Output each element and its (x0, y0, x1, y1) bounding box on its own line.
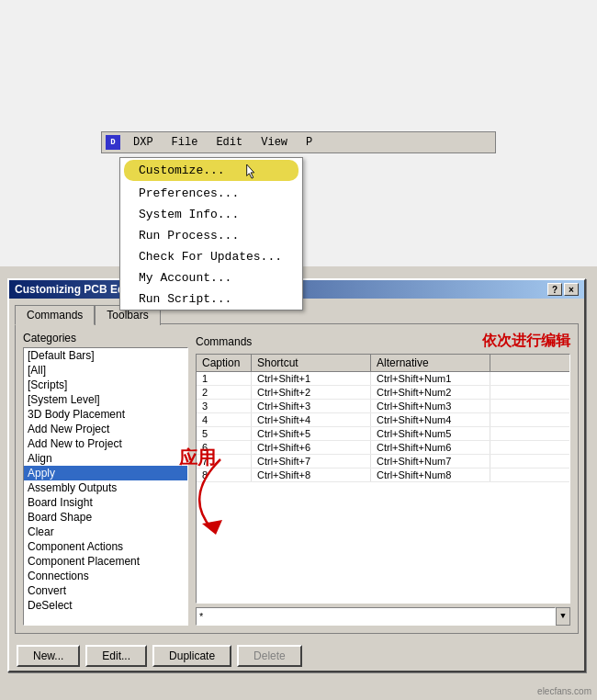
titlebar-buttons: ? × (547, 283, 579, 296)
menu-item-run-process[interactable]: Run Process... (120, 225, 302, 246)
filter-input[interactable] (196, 607, 556, 626)
commands-label: Commands (196, 335, 252, 348)
cat-board-insight[interactable]: Board Insight (24, 495, 187, 510)
col-caption: Caption (197, 355, 252, 371)
cell-caption-4: 4 (197, 413, 252, 426)
cat-board-shape[interactable]: Board Shape (24, 510, 187, 525)
cat-component-actions[interactable]: Component Actions (24, 539, 187, 554)
new-button[interactable]: New... (17, 645, 80, 667)
menu-view[interactable]: View (255, 134, 293, 151)
cell-alt-3: Ctrl+Shift+Num3 (371, 400, 490, 412)
cat-deselect[interactable]: DeSelect (24, 598, 187, 613)
duplicate-button[interactable]: Duplicate (152, 645, 231, 667)
table-row[interactable]: 7 Ctrl+Shift+7 Ctrl+Shift+Num7 (197, 455, 569, 469)
table-header: Caption Shortcut Alternative (197, 355, 569, 372)
commands-header: Commands 依次进行编辑 (196, 332, 570, 351)
dialog-content: Commands Toolbars Categories [Default Ba… (9, 299, 584, 639)
commands-table-body: 1 Ctrl+Shift+1 Ctrl+Shift+Num1 2 Ctrl+Sh… (197, 372, 569, 600)
table-row[interactable]: 2 Ctrl+Shift+2 Ctrl+Shift+Num2 (197, 386, 569, 400)
filter-row: ▼ (196, 607, 570, 626)
help-button[interactable]: ? (547, 283, 562, 296)
cell-alt-5: Ctrl+Shift+Num5 (371, 427, 490, 440)
filter-dropdown-btn[interactable]: ▼ (556, 607, 570, 626)
commands-table: Caption Shortcut Alternative 1 Ctrl+Shif… (196, 354, 570, 604)
cell-caption-5: 5 (197, 427, 252, 440)
cell-alt-4: Ctrl+Shift+Num4 (371, 413, 490, 426)
cat-scripts[interactable]: [Scripts] (24, 378, 187, 392)
cat-3d-body[interactable]: 3D Body Placement (24, 407, 187, 422)
cell-caption-3: 3 (197, 400, 252, 412)
watermark: elecfans.com (537, 686, 591, 696)
menu-item-my-account[interactable]: My Account... (120, 267, 302, 288)
menu-item-customize[interactable]: Customize... (124, 160, 298, 181)
cell-shortcut-5: Ctrl+Shift+5 (252, 427, 371, 440)
dxp-dropdown-menu: Customize... Preferences... System Info.… (119, 157, 303, 310)
cell-shortcut-2: Ctrl+Shift+2 (252, 386, 371, 399)
cell-shortcut-3: Ctrl+Shift+3 (252, 400, 371, 412)
cat-default-bars[interactable]: [Default Bars] (24, 348, 187, 363)
cell-alt-2: Ctrl+Shift+Num2 (371, 386, 490, 399)
col-shortcut: Shortcut (252, 355, 371, 371)
cell-shortcut-4: Ctrl+Shift+4 (252, 413, 371, 426)
tab-content: Categories [Default Bars] [All] [Scripts… (15, 323, 579, 634)
close-button[interactable]: × (564, 283, 579, 296)
cell-shortcut-1: Ctrl+Shift+1 (252, 372, 371, 385)
cat-apply[interactable]: Apply (24, 466, 187, 480)
menu-container: D DXP File Edit View P Customize... Pref… (101, 131, 496, 153)
table-row[interactable]: 5 Ctrl+Shift+5 Ctrl+Shift+Num5 (197, 427, 569, 441)
tab-commands[interactable]: Commands (15, 305, 95, 325)
cat-connections[interactable]: Connections (24, 569, 187, 583)
cell-caption-1: 1 (197, 372, 252, 385)
apply-annotation: 应用 (179, 446, 216, 470)
chinese-annotation-edit: 依次进行编辑 (482, 332, 570, 351)
table-row[interactable]: 6 Ctrl+Shift+6 Ctrl+Shift+Num6 (197, 441, 569, 455)
cell-shortcut-6: Ctrl+Shift+6 (252, 441, 371, 454)
dialog-buttons: New... Edit... Duplicate Delete (9, 639, 584, 671)
menu-bar[interactable]: D DXP File Edit View P (101, 131, 496, 153)
top-screenshot: D DXP File Edit View P Customize... Pref… (0, 0, 597, 266)
bottom-section: Customizing PCB Editor ? × Commands Tool… (0, 271, 597, 700)
commands-panel: Commands 依次进行编辑 Caption Shortcut Alterna… (196, 332, 570, 626)
customizing-dialog: Customizing PCB Editor ? × Commands Tool… (7, 278, 586, 672)
cat-all[interactable]: [All] (24, 363, 187, 378)
table-row[interactable]: 8 Ctrl+Shift+8 Ctrl+Shift+Num8 (197, 469, 569, 482)
menu-extra[interactable]: P (300, 134, 318, 151)
cat-component-placement[interactable]: Component Placement (24, 554, 187, 569)
menu-file[interactable]: File (166, 134, 204, 151)
cat-convert[interactable]: Convert (24, 583, 187, 598)
cat-align[interactable]: Align (24, 451, 187, 466)
cat-add-new-project[interactable]: Add New Project (24, 422, 187, 436)
menu-item-preferences[interactable]: Preferences... (120, 183, 302, 204)
cell-caption-8: 8 (197, 469, 252, 481)
col-alternative: Alternative (371, 355, 490, 371)
menu-item-system-info[interactable]: System Info... (120, 204, 302, 225)
menu-edit[interactable]: Edit (210, 134, 248, 151)
cell-alt-8: Ctrl+Shift+Num8 (371, 469, 490, 481)
menu-item-check-updates[interactable]: Check For Updates... (120, 246, 302, 267)
cat-clear[interactable]: Clear (24, 525, 187, 539)
cell-caption-2: 2 (197, 386, 252, 399)
categories-listbox[interactable]: [Default Bars] [All] [Scripts] [System L… (23, 347, 188, 626)
categories-panel: Categories [Default Bars] [All] [Scripts… (23, 332, 188, 626)
cell-alt-1: Ctrl+Shift+Num1 (371, 372, 490, 385)
cat-add-new-to-project[interactable]: Add New to Project (24, 436, 187, 451)
menu-dxp[interactable]: DXP (128, 134, 159, 151)
cat-assembly-outputs[interactable]: Assembly Outputs (24, 480, 187, 495)
categories-label: Categories (23, 332, 188, 344)
table-row[interactable]: 1 Ctrl+Shift+1 Ctrl+Shift+Num1 (197, 372, 569, 386)
dxp-icon: D (106, 135, 120, 150)
menu-item-run-script[interactable]: Run Script... (120, 288, 302, 310)
cell-shortcut-8: Ctrl+Shift+8 (252, 469, 371, 481)
delete-button[interactable]: Delete (237, 645, 302, 667)
table-row[interactable]: 4 Ctrl+Shift+4 Ctrl+Shift+Num4 (197, 413, 569, 427)
cell-shortcut-7: Ctrl+Shift+7 (252, 455, 371, 468)
table-row[interactable]: 3 Ctrl+Shift+3 Ctrl+Shift+Num3 (197, 400, 569, 413)
cat-system-level[interactable]: [System Level] (24, 392, 187, 407)
cell-alt-6: Ctrl+Shift+Num6 (371, 441, 490, 454)
cell-alt-7: Ctrl+Shift+Num7 (371, 455, 490, 468)
dialog-main-layout: Categories [Default Bars] [All] [Scripts… (23, 332, 570, 626)
edit-button[interactable]: Edit... (85, 645, 147, 667)
